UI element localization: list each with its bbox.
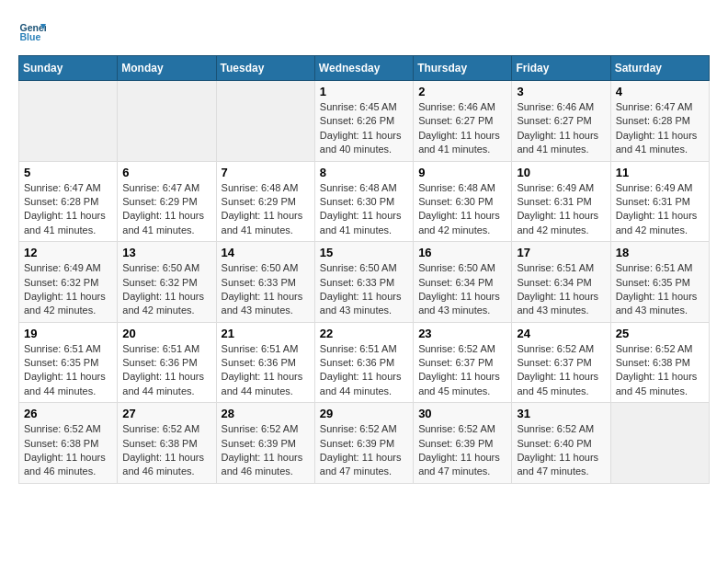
- sunrise-text: Sunrise: 6:46 AM: [517, 101, 594, 112]
- sunrise-text: Sunrise: 6:52 AM: [320, 423, 397, 434]
- calendar-cell: 1 Sunrise: 6:45 AM Sunset: 6:26 PM Dayli…: [314, 81, 413, 162]
- day-info: Sunrise: 6:51 AM Sunset: 6:36 PM Dayligh…: [222, 342, 310, 399]
- daylight-text: Daylight: 11 hours and 43 minutes.: [320, 291, 402, 316]
- day-info: Sunrise: 6:50 AM Sunset: 6:32 PM Dayligh…: [122, 261, 210, 318]
- daylight-text: Daylight: 11 hours and 41 minutes.: [222, 210, 303, 235]
- day-info: Sunrise: 6:51 AM Sunset: 6:36 PM Dayligh…: [122, 342, 210, 399]
- day-number: 19: [24, 327, 112, 340]
- day-number: 27: [122, 407, 210, 420]
- calendar-week-3: 12 Sunrise: 6:49 AM Sunset: 6:32 PM Dayl…: [19, 242, 710, 323]
- sunset-text: Sunset: 6:26 PM: [320, 115, 394, 126]
- calendar-cell: 3 Sunrise: 6:46 AM Sunset: 6:27 PM Dayli…: [512, 81, 610, 162]
- calendar-cell: 21 Sunrise: 6:51 AM Sunset: 6:36 PM Dayl…: [216, 322, 314, 403]
- day-info: Sunrise: 6:49 AM Sunset: 6:31 PM Dayligh…: [517, 181, 605, 238]
- daylight-text: Daylight: 11 hours and 44 minutes.: [222, 371, 303, 396]
- sunset-text: Sunset: 6:38 PM: [24, 438, 98, 449]
- sunrise-text: Sunrise: 6:52 AM: [122, 423, 199, 434]
- sunrise-text: Sunrise: 6:49 AM: [517, 182, 594, 193]
- sunrise-text: Sunrise: 6:47 AM: [24, 182, 101, 193]
- sunrise-text: Sunrise: 6:50 AM: [122, 262, 199, 273]
- sunset-text: Sunset: 6:35 PM: [616, 277, 690, 288]
- day-info: Sunrise: 6:48 AM Sunset: 6:30 PM Dayligh…: [320, 181, 408, 238]
- day-info: Sunrise: 6:50 AM Sunset: 6:33 PM Dayligh…: [222, 261, 310, 318]
- day-info: Sunrise: 6:47 AM Sunset: 6:28 PM Dayligh…: [616, 100, 704, 157]
- day-info: Sunrise: 6:45 AM Sunset: 6:26 PM Dayligh…: [320, 100, 408, 157]
- sunrise-text: Sunrise: 6:47 AM: [122, 182, 199, 193]
- sunrise-text: Sunrise: 6:52 AM: [616, 343, 693, 354]
- day-number: 9: [418, 166, 506, 179]
- calendar-cell: 27 Sunrise: 6:52 AM Sunset: 6:38 PM Dayl…: [118, 403, 216, 484]
- daylight-text: Daylight: 11 hours and 41 minutes.: [517, 130, 598, 155]
- sunset-text: Sunset: 6:28 PM: [616, 115, 690, 126]
- sunset-text: Sunset: 6:36 PM: [222, 357, 296, 368]
- day-info: Sunrise: 6:52 AM Sunset: 6:40 PM Dayligh…: [517, 422, 605, 479]
- sunset-text: Sunset: 6:27 PM: [418, 115, 493, 126]
- daylight-text: Daylight: 11 hours and 41 minutes.: [24, 210, 106, 235]
- sunset-text: Sunset: 6:39 PM: [418, 438, 493, 449]
- sunset-text: Sunset: 6:34 PM: [418, 277, 493, 288]
- sunset-text: Sunset: 6:40 PM: [517, 438, 591, 449]
- day-number: 30: [418, 407, 506, 420]
- calendar-table: SundayMondayTuesdayWednesdayThursdayFrid…: [18, 55, 710, 484]
- day-number: 4: [616, 85, 704, 98]
- sunrise-text: Sunrise: 6:51 AM: [616, 262, 693, 273]
- calendar-cell: 14 Sunrise: 6:50 AM Sunset: 6:33 PM Dayl…: [216, 242, 314, 323]
- sunset-text: Sunset: 6:36 PM: [122, 357, 197, 368]
- sunset-text: Sunset: 6:27 PM: [517, 115, 591, 126]
- day-number: 20: [122, 327, 210, 340]
- day-number: 13: [122, 246, 210, 259]
- day-number: 28: [222, 407, 310, 420]
- daylight-text: Daylight: 11 hours and 47 minutes.: [418, 452, 500, 477]
- daylight-text: Daylight: 11 hours and 47 minutes.: [517, 452, 598, 477]
- day-info: Sunrise: 6:52 AM Sunset: 6:39 PM Dayligh…: [418, 422, 506, 479]
- sunrise-text: Sunrise: 6:50 AM: [418, 262, 495, 273]
- day-info: Sunrise: 6:47 AM Sunset: 6:29 PM Dayligh…: [122, 181, 210, 238]
- daylight-text: Daylight: 11 hours and 45 minutes.: [517, 371, 598, 396]
- calendar-cell: 25 Sunrise: 6:52 AM Sunset: 6:38 PM Dayl…: [610, 322, 709, 403]
- sunrise-text: Sunrise: 6:51 AM: [517, 262, 594, 273]
- calendar-cell: 7 Sunrise: 6:48 AM Sunset: 6:29 PM Dayli…: [216, 161, 314, 242]
- calendar-cell: 8 Sunrise: 6:48 AM Sunset: 6:30 PM Dayli…: [314, 161, 413, 242]
- day-info: Sunrise: 6:47 AM Sunset: 6:28 PM Dayligh…: [24, 181, 112, 238]
- sunrise-text: Sunrise: 6:48 AM: [320, 182, 397, 193]
- day-number: 1: [320, 85, 408, 98]
- calendar-cell: [216, 81, 314, 162]
- calendar-cell: 26 Sunrise: 6:52 AM Sunset: 6:38 PM Dayl…: [19, 403, 118, 484]
- calendar-cell: 20 Sunrise: 6:51 AM Sunset: 6:36 PM Dayl…: [118, 322, 216, 403]
- sunrise-text: Sunrise: 6:52 AM: [418, 343, 495, 354]
- day-number: 3: [517, 85, 605, 98]
- day-number: 22: [320, 327, 408, 340]
- day-number: 11: [616, 166, 704, 179]
- sunset-text: Sunset: 6:35 PM: [24, 357, 98, 368]
- daylight-text: Daylight: 11 hours and 43 minutes.: [222, 291, 303, 316]
- calendar-cell: 18 Sunrise: 6:51 AM Sunset: 6:35 PM Dayl…: [610, 242, 709, 323]
- day-info: Sunrise: 6:50 AM Sunset: 6:34 PM Dayligh…: [418, 261, 506, 318]
- daylight-text: Daylight: 11 hours and 40 minutes.: [320, 130, 402, 155]
- calendar-cell: 30 Sunrise: 6:52 AM Sunset: 6:39 PM Dayl…: [414, 403, 512, 484]
- daylight-text: Daylight: 11 hours and 41 minutes.: [418, 130, 500, 155]
- logo-icon: General Blue: [18, 18, 46, 46]
- sunset-text: Sunset: 6:30 PM: [418, 196, 493, 207]
- day-info: Sunrise: 6:46 AM Sunset: 6:27 PM Dayligh…: [418, 100, 506, 157]
- calendar-cell: 31 Sunrise: 6:52 AM Sunset: 6:40 PM Dayl…: [512, 403, 610, 484]
- sunset-text: Sunset: 6:37 PM: [418, 357, 493, 368]
- calendar-header-friday: Friday: [512, 56, 610, 81]
- day-info: Sunrise: 6:51 AM Sunset: 6:34 PM Dayligh…: [517, 261, 605, 318]
- day-number: 8: [320, 166, 408, 179]
- calendar-header-saturday: Saturday: [610, 56, 709, 81]
- sunset-text: Sunset: 6:39 PM: [222, 438, 296, 449]
- daylight-text: Daylight: 11 hours and 47 minutes.: [320, 452, 402, 477]
- sunrise-text: Sunrise: 6:50 AM: [320, 262, 397, 273]
- day-info: Sunrise: 6:51 AM Sunset: 6:35 PM Dayligh…: [24, 342, 112, 399]
- day-info: Sunrise: 6:49 AM Sunset: 6:32 PM Dayligh…: [24, 261, 112, 318]
- sunrise-text: Sunrise: 6:52 AM: [517, 343, 594, 354]
- sunset-text: Sunset: 6:31 PM: [517, 196, 591, 207]
- calendar-cell: [610, 403, 709, 484]
- day-info: Sunrise: 6:50 AM Sunset: 6:33 PM Dayligh…: [320, 261, 408, 318]
- day-number: 15: [320, 246, 408, 259]
- sunrise-text: Sunrise: 6:51 AM: [24, 343, 101, 354]
- calendar-header-tuesday: Tuesday: [216, 56, 314, 81]
- sunrise-text: Sunrise: 6:48 AM: [418, 182, 495, 193]
- sunset-text: Sunset: 6:38 PM: [616, 357, 690, 368]
- daylight-text: Daylight: 11 hours and 43 minutes.: [616, 291, 698, 316]
